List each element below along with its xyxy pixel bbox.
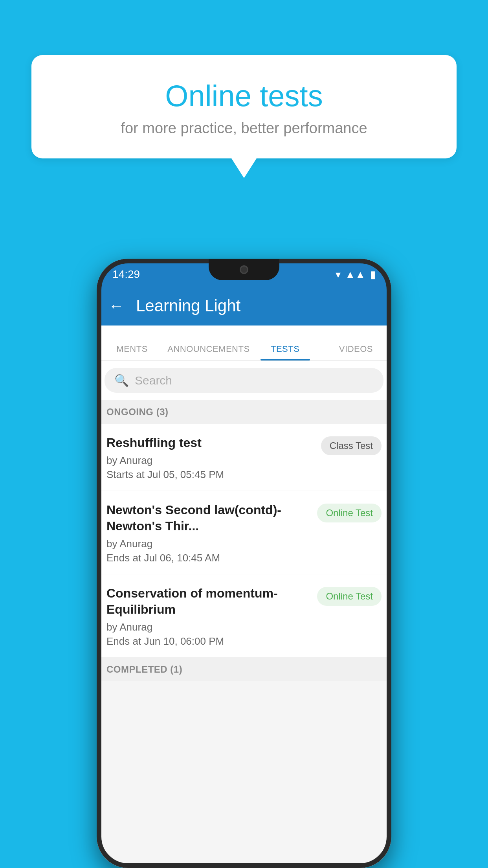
search-input[interactable]: Search — [135, 374, 172, 387]
tab-ments[interactable]: MENTS — [97, 344, 167, 360]
search-input-wrapper[interactable]: 🔍 Search — [105, 368, 383, 393]
test-badge-conservation: Online Test — [317, 587, 382, 606]
completed-section-header: COMPLETED (1) — [97, 658, 391, 681]
test-author-reshuffling: by Anurag — [106, 454, 313, 467]
test-date-reshuffling: Starts at Jul 05, 05:45 PM — [106, 469, 313, 481]
test-info-conservation: Conservation of momentum-Equilibrium by … — [106, 585, 309, 647]
front-camera — [240, 265, 248, 274]
tab-announcements[interactable]: ANNOUNCEMENTS — [167, 344, 250, 360]
test-item-reshuffling[interactable]: Reshuffling test by Anurag Starts at Jul… — [97, 424, 391, 491]
tab-videos[interactable]: VIDEOS — [321, 344, 391, 360]
search-icon: 🔍 — [114, 373, 129, 387]
test-badge-reshuffling: Class Test — [321, 436, 382, 455]
status-icons: ▾ ▲▲ ▮ — [336, 268, 376, 281]
ongoing-section-header: ONGOING (3) — [97, 400, 391, 424]
test-name-conservation: Conservation of momentum-Equilibrium — [106, 585, 309, 618]
test-date-conservation: Ends at Jun 10, 06:00 PM — [106, 635, 309, 647]
wifi-icon: ▾ — [336, 268, 341, 281]
tab-bar: MENTS ANNOUNCEMENTS TESTS VIDEOS — [97, 326, 391, 361]
bubble-subtitle: for more practice, better performance — [59, 120, 429, 137]
tests-list: Reshuffling test by Anurag Starts at Jul… — [97, 424, 391, 658]
tab-tests[interactable]: TESTS — [250, 344, 321, 360]
speech-bubble: Online tests for more practice, better p… — [31, 55, 457, 158]
test-author-newton: by Anurag — [106, 538, 309, 550]
test-item-newton[interactable]: Newton's Second law(contd)-Newton's Thir… — [97, 491, 391, 574]
test-info-newton: Newton's Second law(contd)-Newton's Thir… — [106, 502, 309, 564]
ongoing-label: ONGOING (3) — [106, 406, 169, 417]
battery-icon: ▮ — [370, 268, 376, 281]
bubble-title: Online tests — [59, 79, 429, 113]
test-date-newton: Ends at Jul 06, 10:45 AM — [106, 552, 309, 564]
signal-icon: ▲▲ — [345, 268, 365, 281]
phone-frame: 14:29 ▾ ▲▲ ▮ ← Learning Light MENTS ANNO… — [97, 259, 391, 868]
speech-bubble-container: Online tests for more practice, better p… — [31, 55, 457, 158]
app-header: ← Learning Light — [97, 286, 391, 326]
completed-label: COMPLETED (1) — [106, 664, 182, 675]
status-time: 14:29 — [112, 268, 140, 281]
phone-wrapper: 14:29 ▾ ▲▲ ▮ ← Learning Light MENTS ANNO… — [97, 259, 391, 868]
app-title: Learning Light — [136, 296, 240, 315]
test-name-newton: Newton's Second law(contd)-Newton's Thir… — [106, 502, 309, 535]
phone-notch — [209, 259, 279, 280]
search-container: 🔍 Search — [97, 361, 391, 400]
test-info-reshuffling: Reshuffling test by Anurag Starts at Jul… — [106, 435, 313, 481]
phone-screen: 14:29 ▾ ▲▲ ▮ ← Learning Light MENTS ANNO… — [97, 259, 391, 868]
test-badge-newton: Online Test — [317, 504, 382, 522]
test-item-conservation[interactable]: Conservation of momentum-Equilibrium by … — [97, 574, 391, 658]
test-author-conservation: by Anurag — [106, 621, 309, 633]
back-button[interactable]: ← — [108, 297, 124, 315]
test-name-reshuffling: Reshuffling test — [106, 435, 313, 451]
